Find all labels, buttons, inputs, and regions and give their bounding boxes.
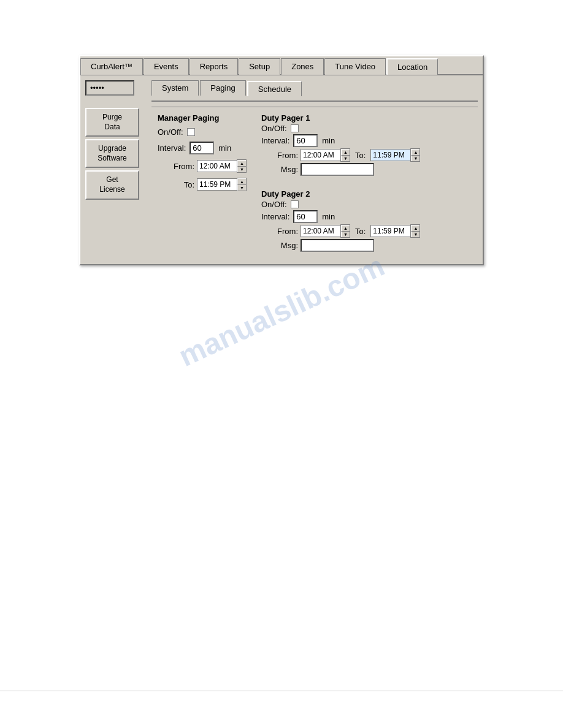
duty2-from-input[interactable] <box>301 225 340 237</box>
manager-paging-interval-label: Interval: <box>158 143 186 153</box>
manager-paging-interval-unit: min <box>218 143 231 153</box>
duty2-from-down[interactable]: ▼ <box>341 231 350 237</box>
tab-location[interactable]: Location <box>386 58 438 75</box>
duty-pager-1-title: Duty Pager 1 <box>261 113 420 123</box>
duty1-to-up[interactable]: ▲ <box>411 149 419 155</box>
duty-pagers-section: Duty Pager 1 On/Off: Interval: min <box>261 113 420 253</box>
duty2-interval-row: Interval: min <box>261 210 420 223</box>
manager-paging-from-spinbtns: ▲ ▼ <box>237 159 247 173</box>
manager-paging-onoff-checkbox[interactable] <box>187 128 195 136</box>
duty2-msg-row: Msg: <box>261 239 420 252</box>
duty1-interval-label: Interval: <box>261 136 289 145</box>
manager-paging-from-spin[interactable]: ▲ ▼ <box>197 159 247 173</box>
duty2-interval-input[interactable] <box>293 210 318 223</box>
get-license-button[interactable]: GetLicense <box>85 170 139 199</box>
duty1-interval-unit: min <box>322 136 335 145</box>
watermark: manualslib.com <box>174 249 389 373</box>
duty1-interval-row: Interval: min <box>261 134 420 147</box>
manager-paging-from-down[interactable]: ▼ <box>237 166 246 172</box>
tab-events[interactable]: Events <box>144 58 189 75</box>
duty2-msg-label: Msg: <box>261 241 298 250</box>
manager-paging-from-label: From: <box>158 162 194 171</box>
duty2-to-label: To: <box>355 227 366 236</box>
duty1-to-spin[interactable]: ▲ ▼ <box>370 148 420 162</box>
manager-paging-to-down[interactable]: ▼ <box>237 184 246 191</box>
duty1-to-input[interactable] <box>370 149 410 161</box>
duty2-onoff-row: On/Off: <box>261 200 420 209</box>
manager-paging-to-up[interactable]: ▲ <box>237 178 246 184</box>
upgrade-software-button[interactable]: UpgradeSoftware <box>85 139 139 168</box>
password-input[interactable] <box>85 80 134 96</box>
tab-zones[interactable]: Zones <box>281 58 324 75</box>
duty1-from-to-row: From: ▲ ▼ To: <box>261 148 420 162</box>
main-content: System Paging Schedule Manager Paging On… <box>151 80 478 259</box>
tab-reports[interactable]: Reports <box>190 58 239 75</box>
duty2-interval-unit: min <box>322 212 335 221</box>
duty1-to-spinbtns: ▲ ▼ <box>410 148 420 162</box>
duty1-to-label: To: <box>355 151 366 160</box>
bottom-rule <box>0 691 563 691</box>
manager-paging-interval-row: Interval: min <box>158 142 247 154</box>
duty2-to-spinbtns: ▲ ▼ <box>410 224 420 238</box>
duty1-from-down[interactable]: ▼ <box>341 155 350 161</box>
duty1-from-label: From: <box>261 151 298 160</box>
duty2-from-spinbtns: ▲ ▼ <box>340 224 350 238</box>
duty1-to-down[interactable]: ▼ <box>411 155 419 161</box>
duty2-from-to-row: From: ▲ ▼ To: <box>261 224 420 238</box>
manager-paging-to-input[interactable] <box>197 178 237 191</box>
duty1-from-spinbtns: ▲ ▼ <box>340 148 350 162</box>
duty-pager-2: Duty Pager 2 On/Off: Interval: min <box>261 189 420 253</box>
schedule-content: Manager Paging On/Off: Interval: min <box>151 107 478 259</box>
tab-curbalert[interactable]: CurbAlert™ <box>80 58 143 75</box>
duty1-msg-label: Msg: <box>261 165 298 174</box>
duty1-interval-input[interactable] <box>293 134 318 147</box>
manager-paging-onoff-row: On/Off: <box>158 127 247 137</box>
tab-tune-video[interactable]: Tune Video <box>324 58 386 75</box>
duty1-onoff-checkbox[interactable] <box>291 124 299 132</box>
duty-pager-1: Duty Pager 1 On/Off: Interval: min <box>261 113 420 177</box>
duty2-to-input[interactable] <box>370 225 410 237</box>
manager-paging-title: Manager Paging <box>158 113 247 123</box>
sub-tab-system[interactable]: System <box>151 80 199 96</box>
duty1-onoff-row: On/Off: <box>261 124 420 133</box>
duty2-to-down[interactable]: ▼ <box>411 231 419 237</box>
top-tab-bar: CurbAlert™ Events Reports Setup Zones Tu… <box>80 56 483 75</box>
content-area: PurgeData UpgradeSoftware GetLicense Sys… <box>80 75 483 264</box>
duty2-interval-label: Interval: <box>261 212 289 221</box>
duty2-onoff-label: On/Off: <box>261 200 287 209</box>
duty1-msg-row: Msg: <box>261 163 420 176</box>
sub-tab-paging[interactable]: Paging <box>200 80 245 96</box>
sub-tab-bar: System Paging Schedule <box>151 80 478 96</box>
page-wrapper: CurbAlert™ Events Reports Setup Zones Tu… <box>0 0 563 728</box>
manager-paging-from-input[interactable] <box>197 160 237 172</box>
tab-setup[interactable]: Setup <box>239 58 280 75</box>
duty2-msg-input[interactable] <box>301 239 374 252</box>
duty1-msg-input[interactable] <box>301 163 374 176</box>
duty2-from-spin[interactable]: ▲ ▼ <box>301 224 350 238</box>
duty1-from-input[interactable] <box>301 149 340 161</box>
manager-paging-to-spin[interactable]: ▲ ▼ <box>197 178 247 191</box>
duty1-onoff-label: On/Off: <box>261 124 287 133</box>
duty-pager-2-title: Duty Pager 2 <box>261 189 420 199</box>
manager-paging-to-label: To: <box>158 180 194 189</box>
manager-paging-to-spinbtns: ▲ ▼ <box>237 178 247 191</box>
manager-paging-to-row: To: ▲ ▼ <box>158 178 247 191</box>
manager-paging-from-row: From: ▲ ▼ <box>158 159 247 173</box>
duty2-from-up[interactable]: ▲ <box>341 225 350 231</box>
app-window: CurbAlert™ Events Reports Setup Zones Tu… <box>79 55 484 265</box>
sub-tab-schedule[interactable]: Schedule <box>247 81 302 96</box>
manager-paging-from-up[interactable]: ▲ <box>237 160 246 166</box>
manager-paging-onoff-label: On/Off: <box>158 127 183 137</box>
duty1-from-spin[interactable]: ▲ ▼ <box>301 148 350 162</box>
duty2-to-up[interactable]: ▲ <box>411 225 419 231</box>
purge-data-button[interactable]: PurgeData <box>85 108 139 137</box>
left-sidebar: PurgeData UpgradeSoftware GetLicense <box>85 80 147 259</box>
manager-paging-interval-input[interactable] <box>190 142 214 154</box>
duty2-to-spin[interactable]: ▲ ▼ <box>370 224 420 238</box>
duty1-from-up[interactable]: ▲ <box>341 149 350 155</box>
duty2-from-label: From: <box>261 227 298 236</box>
duty2-onoff-checkbox[interactable] <box>291 200 299 208</box>
manager-paging-section: Manager Paging On/Off: Interval: min <box>158 113 247 253</box>
